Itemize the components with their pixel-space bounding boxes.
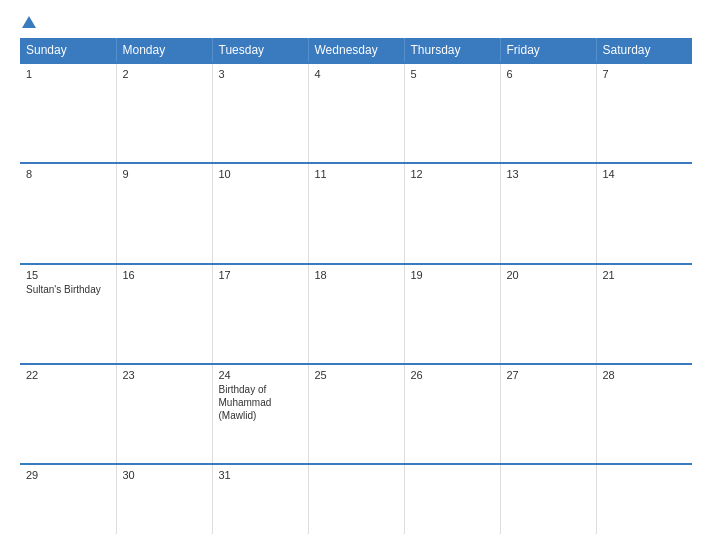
calendar-cell: 3 [212, 63, 308, 163]
calendar-week-row: 293031 [20, 464, 692, 534]
logo [20, 16, 36, 30]
calendar-cell: 14 [596, 163, 692, 263]
calendar-cell: 22 [20, 364, 116, 464]
day-number: 11 [315, 168, 398, 180]
calendar-event: Sultan's Birthday [26, 283, 110, 296]
calendar-cell: 19 [404, 264, 500, 364]
calendar-cell: 1 [20, 63, 116, 163]
calendar-cell: 27 [500, 364, 596, 464]
day-number: 8 [26, 168, 110, 180]
calendar-cell [404, 464, 500, 534]
calendar-week-row: 1234567 [20, 63, 692, 163]
day-number: 22 [26, 369, 110, 381]
day-number: 27 [507, 369, 590, 381]
calendar-cell: 21 [596, 264, 692, 364]
day-number: 20 [507, 269, 590, 281]
day-number: 1 [26, 68, 110, 80]
calendar-week-row: 15Sultan's Birthday161718192021 [20, 264, 692, 364]
calendar-cell: 23 [116, 364, 212, 464]
calendar-cell: 7 [596, 63, 692, 163]
calendar-cell: 24Birthday of Muhammad (Mawlid) [212, 364, 308, 464]
day-number: 3 [219, 68, 302, 80]
weekday-header: Saturday [596, 38, 692, 63]
day-number: 23 [123, 369, 206, 381]
calendar-body: 123456789101112131415Sultan's Birthday16… [20, 63, 692, 534]
calendar-cell: 8 [20, 163, 116, 263]
calendar-cell: 5 [404, 63, 500, 163]
logo-triangle-icon [22, 16, 36, 28]
calendar-cell: 9 [116, 163, 212, 263]
calendar-table: SundayMondayTuesdayWednesdayThursdayFrid… [20, 38, 692, 534]
calendar-cell: 28 [596, 364, 692, 464]
calendar-cell: 31 [212, 464, 308, 534]
calendar-cell: 26 [404, 364, 500, 464]
day-number: 21 [603, 269, 687, 281]
weekday-header: Thursday [404, 38, 500, 63]
calendar-week-row: 222324Birthday of Muhammad (Mawlid)25262… [20, 364, 692, 464]
calendar-header [20, 16, 692, 30]
day-number: 14 [603, 168, 687, 180]
calendar-page: SundayMondayTuesdayWednesdayThursdayFrid… [0, 0, 712, 550]
day-number: 24 [219, 369, 302, 381]
weekday-header: Wednesday [308, 38, 404, 63]
calendar-cell: 20 [500, 264, 596, 364]
weekday-header: Friday [500, 38, 596, 63]
calendar-cell: 6 [500, 63, 596, 163]
day-number: 16 [123, 269, 206, 281]
calendar-cell: 29 [20, 464, 116, 534]
day-number: 19 [411, 269, 494, 281]
day-number: 6 [507, 68, 590, 80]
calendar-cell: 13 [500, 163, 596, 263]
day-number: 25 [315, 369, 398, 381]
day-number: 31 [219, 469, 302, 481]
weekday-header: Sunday [20, 38, 116, 63]
logo-block [20, 16, 36, 30]
day-number: 2 [123, 68, 206, 80]
calendar-cell: 16 [116, 264, 212, 364]
day-number: 15 [26, 269, 110, 281]
calendar-cell [500, 464, 596, 534]
calendar-cell: 4 [308, 63, 404, 163]
day-number: 4 [315, 68, 398, 80]
day-number: 10 [219, 168, 302, 180]
calendar-header-row: SundayMondayTuesdayWednesdayThursdayFrid… [20, 38, 692, 63]
calendar-event: Birthday of Muhammad (Mawlid) [219, 383, 302, 422]
day-number: 29 [26, 469, 110, 481]
day-number: 13 [507, 168, 590, 180]
calendar-cell: 10 [212, 163, 308, 263]
day-number: 12 [411, 168, 494, 180]
day-number: 30 [123, 469, 206, 481]
calendar-cell: 25 [308, 364, 404, 464]
day-number: 18 [315, 269, 398, 281]
day-number: 26 [411, 369, 494, 381]
calendar-cell [308, 464, 404, 534]
calendar-cell: 30 [116, 464, 212, 534]
calendar-cell: 18 [308, 264, 404, 364]
calendar-cell: 17 [212, 264, 308, 364]
calendar-cell [596, 464, 692, 534]
calendar-cell: 15Sultan's Birthday [20, 264, 116, 364]
calendar-cell: 12 [404, 163, 500, 263]
weekday-header: Tuesday [212, 38, 308, 63]
calendar-cell: 11 [308, 163, 404, 263]
day-number: 9 [123, 168, 206, 180]
calendar-week-row: 891011121314 [20, 163, 692, 263]
day-number: 7 [603, 68, 687, 80]
day-number: 17 [219, 269, 302, 281]
weekday-header: Monday [116, 38, 212, 63]
calendar-cell: 2 [116, 63, 212, 163]
day-number: 5 [411, 68, 494, 80]
day-number: 28 [603, 369, 687, 381]
